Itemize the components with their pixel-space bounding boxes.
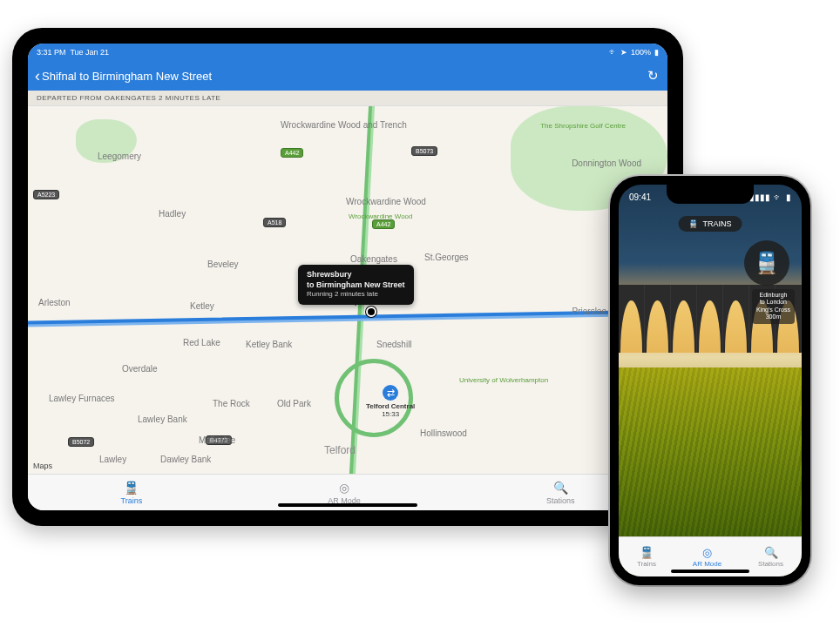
train-callout[interactable]: Shrewsbury to Birmingham New Street Runn… <box>298 265 414 305</box>
home-indicator[interactable] <box>671 570 749 573</box>
place-label: Donnington Wood <box>572 158 641 168</box>
status-time: 09:41 <box>629 192 651 202</box>
ar-icon: ◎ <box>702 546 712 559</box>
search-icon: 🔍 <box>764 546 778 559</box>
iphone-device: 09:41 ▮▮▮▮ ᯤ ▮ 🚆 TRAINS 🚆 Edinburgh <box>610 176 810 585</box>
maps-attribution: Maps <box>33 462 52 470</box>
back-button[interactable]: ‹ Shifnal to Birmingham New Street <box>35 68 212 84</box>
home-indicator[interactable] <box>278 503 417 507</box>
status-time-date: 3:31 PM Tue Jan 21 <box>37 48 109 57</box>
place-label: The Rock <box>213 399 250 408</box>
ar-to: to London <box>756 299 790 306</box>
station-time: 15:33 <box>382 410 399 418</box>
iphone-notch <box>667 185 754 204</box>
poi-label: Wrockwardine Wood <box>349 212 413 220</box>
tab-label: Stations <box>758 560 783 568</box>
place-label: St.Georges <box>424 253 469 262</box>
place-label: Wrockwardine Wood and Trench <box>281 120 407 130</box>
tab-label: Trains <box>121 496 143 505</box>
tab-label: AR Mode <box>693 560 721 568</box>
ipad-screen: 3:31 PM Tue Jan 21 ᯤ ➤ 100% ▮ ‹ Shifnal … <box>28 44 667 510</box>
status-right: ▮▮▮▮ ᯤ ▮ <box>749 192 791 202</box>
place-label: Snedshill <box>376 340 412 349</box>
road-shield: B5072 <box>68 437 94 447</box>
place-label: Lawley Bank <box>138 415 187 424</box>
road-shield: A5223 <box>33 190 59 199</box>
tab-ar-mode[interactable]: ◎ AR Mode <box>328 481 361 505</box>
place-label: Beveley <box>207 260 239 269</box>
road-shield: A442 <box>281 148 303 158</box>
ar-train-badge[interactable]: 🚆 <box>744 240 789 286</box>
road-shield: A442 <box>372 219 395 229</box>
place-label: Lawley Furnaces <box>49 394 115 403</box>
battery-icon: ▮ <box>654 48 659 57</box>
poi-label: University of Wolverhampton <box>459 376 548 384</box>
tab-label: Stations <box>546 496 575 505</box>
ar-distance: 300m <box>756 314 790 320</box>
navigation-bar: ‹ Shifnal to Birmingham New Street ↻ <box>28 61 667 91</box>
ar-train-info[interactable]: Edinburgh to London King's Cross 300m <box>752 289 795 324</box>
tab-trains[interactable]: 🚆 Trains <box>637 546 656 568</box>
place-label: Ketley <box>190 301 214 311</box>
place-label: Ketley Bank <box>246 340 292 349</box>
battery-percent: 100% <box>631 48 651 57</box>
status-right: ᯤ ➤ 100% ▮ <box>609 48 659 57</box>
iphone-screen: 09:41 ▮▮▮▮ ᯤ ▮ 🚆 TRAINS 🚆 Edinburgh <box>619 185 802 576</box>
train-icon: 🚆 <box>754 251 780 275</box>
mode-pill[interactable]: 🚆 TRAINS <box>678 216 742 232</box>
place-label: Hadley <box>159 209 186 219</box>
tab-label: Trains <box>637 560 656 568</box>
ipad-tab-bar: 🚆 Trains ◎ AR Mode 🔍 Stations <box>28 474 667 510</box>
tab-ar-mode[interactable]: ◎ AR Mode <box>693 546 721 568</box>
callout-destination: to Birmingham New Street <box>307 280 405 291</box>
refresh-button[interactable]: ↻ <box>647 68 659 84</box>
search-icon: 🔍 <box>553 481 568 495</box>
road-shield: A518 <box>263 218 286 227</box>
place-label: Lawley <box>99 455 126 464</box>
location-icon: ➤ <box>620 48 627 57</box>
pill-label: TRAINS <box>702 219 731 228</box>
place-label: Old Park <box>277 399 311 408</box>
foreground-grass <box>619 367 802 540</box>
place-label: Arleston <box>38 298 71 307</box>
place-label: Hollinswood <box>420 428 467 438</box>
place-label: Dawley Bank <box>160 455 211 464</box>
train-icon: 🚆 <box>688 219 698 228</box>
place-label: Malinslee <box>199 435 235 445</box>
map-view[interactable]: A5223 A518 A442 B5073 A442 A4640 M54 B50… <box>28 106 667 474</box>
nav-title: Shifnal to Birmingham New Street <box>42 70 212 83</box>
train-icon: 🚆 <box>640 546 654 559</box>
tab-trains[interactable]: 🚆 Trains <box>121 481 143 505</box>
station-marker[interactable]: ⇄ Telford Central 15:33 <box>366 385 415 418</box>
wifi-icon: ᯤ <box>609 48 617 57</box>
ar-origin: Edinburgh <box>756 292 790 299</box>
place-label: Priorslee <box>572 307 606 316</box>
wifi-icon: ᯤ <box>774 192 782 202</box>
rail-icon: ⇄ <box>383 385 398 401</box>
tab-stations[interactable]: 🔍 Stations <box>546 481 575 505</box>
poi-label: The Shropshire Golf Centre <box>540 122 626 130</box>
battery-icon: ▮ <box>786 192 791 202</box>
station-name: Telford Central <box>366 402 415 410</box>
place-label: Telford <box>324 444 356 456</box>
ipad-device: 3:31 PM Tue Jan 21 ᯤ ➤ 100% ▮ ‹ Shifnal … <box>12 28 683 526</box>
place-label: Red Lake <box>183 338 220 347</box>
callout-status: Running 2 minutes late <box>307 290 405 299</box>
tab-stations[interactable]: 🔍 Stations <box>758 546 783 568</box>
place-label: Leegomery <box>98 152 141 161</box>
place-label: Overdale <box>122 364 158 374</box>
train-icon: 🚆 <box>124 481 139 495</box>
place-label: Wrockwardine Wood <box>346 197 426 206</box>
ar-icon: ◎ <box>339 481 349 495</box>
status-banner: DEPARTED FROM OAKENGATES 2 MINUTES LATE <box>28 91 667 106</box>
place-label: Oakengates <box>350 254 397 264</box>
callout-origin: Shrewsbury <box>307 270 405 280</box>
ar-destination: King's Cross <box>756 307 790 314</box>
road-shield: B5073 <box>411 146 437 156</box>
train-marker[interactable] <box>366 307 376 317</box>
chevron-left-icon: ‹ <box>35 68 40 84</box>
ipad-status-bar: 3:31 PM Tue Jan 21 ᯤ ➤ 100% ▮ <box>28 44 667 61</box>
